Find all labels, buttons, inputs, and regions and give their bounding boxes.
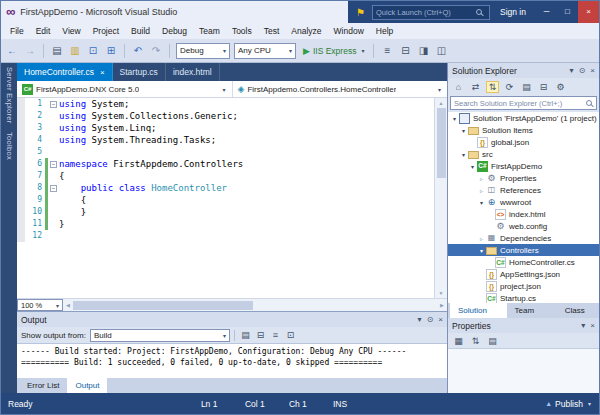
close-button[interactable]: ×: [578, 1, 599, 23]
close-icon[interactable]: ×: [590, 66, 595, 75]
properties-icon[interactable]: ⚙: [554, 82, 567, 92]
panel-tab-class-view[interactable]: Class View: [557, 303, 599, 318]
collapse-toggle-icon[interactable]: −: [50, 185, 57, 192]
breakpoint-margin[interactable]: [17, 194, 25, 206]
menu-item-window[interactable]: Window: [328, 23, 370, 39]
tree-item-web-config[interactable]: ⚙web.config: [448, 220, 599, 232]
breakpoint-margin[interactable]: [17, 158, 25, 170]
solution-explorer-search-input[interactable]: [450, 96, 597, 110]
switch-views-icon[interactable]: ⇄: [469, 82, 482, 92]
menu-item-analyze[interactable]: Analyze: [285, 23, 327, 39]
refresh-icon[interactable]: ⟳: [503, 82, 516, 92]
breakpoint-margin[interactable]: [17, 98, 25, 110]
panel-tab-output[interactable]: Output: [67, 378, 107, 393]
scroll-right-icon[interactable]: ▶: [437, 302, 447, 308]
tree-item-properties[interactable]: ▹⚙Properties: [448, 172, 599, 184]
menu-item-project[interactable]: Project: [87, 23, 125, 39]
menu-item-build[interactable]: Build: [125, 23, 156, 39]
editor-tab-index-html[interactable]: index.html: [166, 63, 220, 81]
collapse-toggle-icon[interactable]: −: [50, 161, 57, 168]
tree-item-startup-cs[interactable]: C#Startup.cs: [448, 292, 599, 303]
solution-explorer-search[interactable]: [448, 95, 599, 112]
editor-tab-startup-cs[interactable]: Startup.cs: [113, 63, 166, 81]
property-pages-icon[interactable]: ▤: [486, 336, 499, 346]
save-all-icon[interactable]: ⊞: [104, 45, 118, 56]
tree-item-appsettings-json[interactable]: {}AppSettings.json: [448, 268, 599, 280]
publish-button[interactable]: ▲Publish▾: [545, 399, 591, 409]
output-source-dropdown[interactable]: Build ▾: [90, 329, 230, 342]
menu-item-test[interactable]: Test: [258, 23, 286, 39]
minimize-button[interactable]: ─: [536, 1, 557, 23]
panel-tab-solution-explorer[interactable]: Solution Explorer: [450, 303, 507, 318]
menu-item-help[interactable]: Help: [370, 23, 399, 39]
quick-launch-box[interactable]: [372, 5, 490, 20]
new-project-icon[interactable]: ▤: [50, 45, 64, 56]
redo-icon[interactable]: ↷: [149, 45, 163, 56]
window-position-icon[interactable]: ▾: [418, 315, 422, 324]
comment-icon[interactable]: ◨: [416, 45, 430, 56]
sync-with-active-document-icon[interactable]: ⇅: [486, 81, 499, 93]
expander-icon[interactable]: ▾: [468, 163, 477, 170]
pin-icon[interactable]: ⊙: [579, 66, 586, 75]
tree-item-global-json[interactable]: {}global.json: [448, 136, 599, 148]
panel-tab-error-list[interactable]: Error List: [19, 378, 67, 393]
code-editor[interactable]: 1−using System;2using System.Collections…: [17, 98, 447, 298]
tree-item-solution-firstappdemo-1-project[interactable]: ▾Solution 'FirstAppDemo' (1 project): [448, 112, 599, 124]
breakpoint-margin[interactable]: [17, 182, 25, 194]
menu-item-file[interactable]: File: [4, 23, 30, 39]
expander-icon[interactable]: ▾: [459, 151, 468, 158]
pin-icon[interactable]: ⊙: [427, 315, 434, 324]
dock-tab-toolbox[interactable]: Toolbox: [5, 132, 14, 160]
editor-horizontal-scrollbar[interactable]: ◀ ▶: [63, 299, 447, 311]
save-icon[interactable]: ⊡: [86, 45, 100, 56]
breakpoint-margin[interactable]: [17, 218, 25, 230]
notifications-flag-icon[interactable]: ⚑: [356, 7, 365, 18]
expander-icon[interactable]: ▾: [477, 199, 486, 206]
collapse-toggle-icon[interactable]: −: [50, 101, 57, 108]
breakpoint-margin[interactable]: [17, 146, 25, 158]
vertical-scroll-track[interactable]: [437, 108, 446, 288]
breakpoint-margin[interactable]: [17, 134, 25, 146]
show-all-files-icon[interactable]: ▤: [520, 82, 533, 92]
scroll-down-icon[interactable]: ▼: [439, 288, 444, 298]
navigate-backward-icon[interactable]: ←: [5, 45, 19, 56]
scroll-left-icon[interactable]: ◀: [63, 302, 73, 308]
message-list-icon[interactable]: ▤: [239, 330, 252, 340]
horizontal-scroll-thumb[interactable]: [73, 301, 253, 310]
navigate-forward-icon[interactable]: →: [23, 45, 37, 56]
expander-icon[interactable]: ▾: [477, 247, 486, 254]
breakpoint-margin[interactable]: [17, 206, 25, 218]
tree-item-project-json[interactable]: {}project.json: [448, 280, 599, 292]
scroll-up-icon[interactable]: ▲: [439, 98, 444, 108]
close-icon[interactable]: ×: [438, 315, 443, 324]
tab-close-icon[interactable]: ×: [100, 68, 105, 77]
home-icon[interactable]: ⌂: [452, 82, 465, 92]
breakpoint-margin[interactable]: [17, 230, 25, 242]
editor-vertical-scrollbar[interactable]: ▲ ▼: [434, 98, 447, 298]
tree-item-solution-items[interactable]: ▾Solution Items: [448, 124, 599, 136]
editor-tab-homecontroller-cs[interactable]: HomeController.cs×: [17, 63, 113, 81]
expander-icon[interactable]: ▾: [459, 127, 468, 134]
menu-item-tools[interactable]: Tools: [226, 23, 258, 39]
sign-in-link[interactable]: Sign in: [497, 7, 529, 17]
tree-item-src[interactable]: ▾src: [448, 148, 599, 160]
tree-item-wwwroot[interactable]: ▾⊕wwwroot: [448, 196, 599, 208]
breakpoint-margin[interactable]: [17, 170, 25, 182]
collapse-icon[interactable]: ⊟: [398, 45, 412, 56]
window-position-icon[interactable]: ▾: [570, 66, 574, 75]
expander-icon[interactable]: ▾: [450, 115, 459, 122]
vertical-scroll-thumb[interactable]: [437, 108, 446, 178]
alphabetical-icon[interactable]: ⇅: [469, 336, 482, 346]
solution-platform-dropdown[interactable]: Any CPU▾: [234, 43, 296, 59]
clear-all-icon[interactable]: ⊟: [254, 330, 267, 340]
menu-item-debug[interactable]: Debug: [156, 23, 193, 39]
dock-tab-server-explorer[interactable]: Server Explorer: [5, 67, 14, 124]
tree-item-dependencies[interactable]: ▹▦Dependencies: [448, 232, 599, 244]
type-dropdown[interactable]: ◈ FirstAppdemo.Controllers.HomeControlle…: [233, 81, 448, 97]
panel-tab-team-explorer[interactable]: Team Explorer: [507, 303, 557, 318]
quick-launch-input[interactable]: [373, 8, 473, 17]
expander-icon[interactable]: ▹: [477, 235, 486, 242]
tree-item-firstappdemo[interactable]: ▾C#FirstAppDemo: [448, 160, 599, 172]
find-in-files-icon[interactable]: ≡: [380, 45, 394, 56]
tree-item-references[interactable]: ▹◫References: [448, 184, 599, 196]
